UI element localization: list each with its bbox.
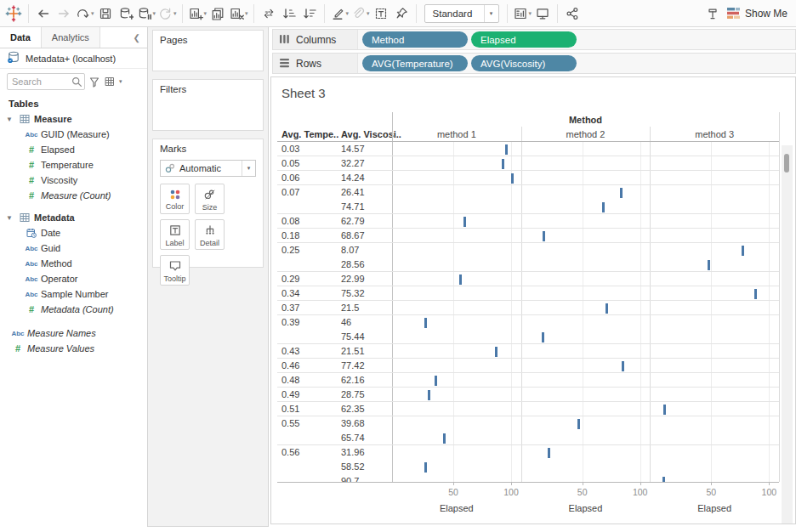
gantt-mark[interactable] [502,159,504,169]
duplicate-sheet-button[interactable] [208,3,228,25]
panel-header-method-1[interactable]: method 1 [392,129,521,139]
fit-selector-caret-icon[interactable]: ▾ [484,5,498,22]
tab-analytics[interactable]: Analytics [42,27,100,48]
run-auto-updates-caret-icon[interactable]: ▾ [173,10,177,17]
filter-fields-icon[interactable] [88,76,100,88]
view-options-icon[interactable] [104,76,116,88]
sort-descending-button[interactable] [299,3,320,25]
new-worksheet-caret-icon[interactable]: ▾ [204,10,208,17]
gantt-mark[interactable] [662,477,665,483]
pages-shelf[interactable]: Pages [152,30,264,71]
gantt-mark[interactable] [443,433,446,444]
gantt-mark[interactable] [620,188,623,198]
undo-arrow-button[interactable] [33,3,54,25]
highlight-tool-button[interactable] [702,3,723,25]
pill-avg-viscosity-[interactable]: AVG(Viscosity) [471,55,577,71]
fit-selector[interactable]: Standard ▾ [424,4,499,23]
tableau-logo-button[interactable] [3,3,24,25]
field-item-guid-measure-[interactable]: Abc GUID (Measure) [0,127,147,142]
collapse-pane-icon[interactable]: ❮ [127,27,147,48]
fix-axes-button[interactable] [391,3,412,25]
field-item-elapsed[interactable]: # Elapsed [0,142,147,157]
axis-title-elapsed[interactable]: Elapsed [392,503,521,513]
chevron-down-icon[interactable]: ▼ [3,116,15,123]
pause-auto-updates-caret-icon[interactable]: ▾ [153,10,156,17]
gantt-mark[interactable] [543,231,545,241]
vertical-scrollbar[interactable] [782,145,793,524]
sort-ascending-button[interactable] [279,3,299,25]
gantt-mark[interactable] [542,332,544,342]
swap-rows-columns-button[interactable] [259,3,279,25]
color-button[interactable]: Color [160,184,190,214]
gantt-mark[interactable] [622,361,624,371]
save-button[interactable] [95,3,116,25]
table-item-measure[interactable]: ▼ Measure [0,111,147,127]
highlight-pen-button[interactable]: ▾ [329,3,350,25]
show-hide-cards-button[interactable]: ▾ [512,3,533,25]
gantt-mark[interactable] [602,202,605,212]
filters-shelf[interactable]: Filters [152,79,264,131]
gantt-mark[interactable] [708,260,710,270]
table-item-metadata[interactable]: ▼ Metadata [0,210,147,225]
gantt-mark[interactable] [495,347,498,357]
gantt-mark[interactable] [424,462,427,473]
mark-type-caret-icon[interactable]: ▾ [242,161,255,176]
label-button[interactable]: Label [160,219,190,250]
redo-arrow-button[interactable] [54,3,74,25]
datasource-item[interactable]: Metadata+ (localhost) [0,48,147,69]
pill-avg-temperature-[interactable]: AVG(Temperature) [362,55,468,71]
show-mark-labels-button[interactable] [371,3,391,25]
replay-arrow-caret-icon[interactable]: ▾ [91,10,94,17]
pause-auto-updates-button[interactable]: ▾ [136,3,157,25]
vertical-scrollbar-thumb[interactable] [784,154,789,173]
field-item-guid[interactable]: Abc Guid [0,241,147,256]
panel-header-method-3[interactable]: method 3 [650,129,779,139]
highlight-pen-caret-icon[interactable]: ▾ [346,10,350,17]
columns-shelf[interactable]: Columns MethodElapsed [272,29,796,50]
gantt-mark[interactable] [511,173,514,184]
detail-button[interactable]: Detail [195,219,225,250]
size-button[interactable]: Size [195,184,225,214]
field-item-sample-number[interactable]: Abc Sample Number [0,286,147,302]
field-item-measure-count-[interactable]: # Measure (Count) [0,188,147,203]
gantt-mark[interactable] [663,405,666,415]
new-data-source-button[interactable] [116,3,136,25]
view-options-caret-icon[interactable]: ▾ [119,78,122,85]
pill-elapsed[interactable]: Elapsed [471,31,577,48]
gantt-mark[interactable] [577,419,580,429]
field-item-measure-values[interactable]: # Measure Values [0,341,147,356]
avg-temperature-header[interactable]: Avg. Tempe.. [281,129,338,139]
run-auto-updates-button[interactable]: ▾ [156,3,178,25]
clear-sheet-button[interactable]: ▾ [228,3,249,25]
presentation-mode-button[interactable] [532,3,553,25]
show-me-button[interactable]: Show Me [726,7,787,20]
replay-arrow-button[interactable]: ▾ [74,3,95,25]
method-column-header[interactable]: Method [392,115,779,125]
chevron-down-icon[interactable]: ▼ [3,214,15,222]
gantt-mark[interactable] [435,376,437,386]
field-item-viscosity[interactable]: # Viscosity [0,173,147,188]
pill-method[interactable]: Method [362,31,468,48]
gantt-mark[interactable] [463,217,466,227]
panel-header-method-2[interactable]: method 2 [521,129,651,139]
mark-type-dropdown[interactable]: Automatic ▾ [160,160,256,177]
gantt-mark[interactable] [505,144,508,155]
show-hide-cards-caret-icon[interactable]: ▾ [529,10,532,17]
gantt-mark[interactable] [424,318,427,328]
field-item-measure-names[interactable]: Abc Measure Names [0,325,147,341]
group-members-caret-icon[interactable]: ▾ [367,10,370,17]
clear-sheet-caret-icon[interactable]: ▾ [245,10,248,17]
share-workbook-button[interactable] [562,3,583,25]
field-item-method[interactable]: Abc Method [0,256,147,271]
new-worksheet-button[interactable]: ▾ [187,3,208,25]
field-item-operator[interactable]: Abc Operator [0,271,147,286]
gantt-mark[interactable] [754,289,757,299]
field-item-date[interactable]: Date [0,225,147,241]
gantt-mark[interactable] [742,246,744,256]
gantt-mark[interactable] [606,303,608,314]
tooltip-button[interactable]: Tooltip [160,255,190,286]
axis-title-elapsed[interactable]: Elapsed [650,503,779,513]
gantt-mark[interactable] [459,274,462,285]
axis-title-elapsed[interactable]: Elapsed [521,503,651,513]
group-members-button[interactable]: ▾ [350,3,371,25]
